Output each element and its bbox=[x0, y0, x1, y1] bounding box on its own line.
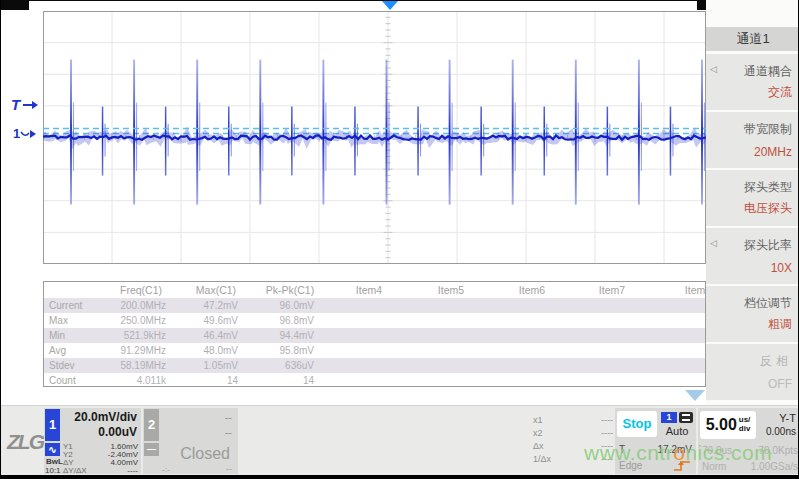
row-label: Max bbox=[44, 313, 102, 328]
trigger-delay: 0.00ns bbox=[766, 426, 796, 437]
trigger-position-bar[interactable] bbox=[29, 1, 697, 10]
menu-item-value: 20MHz bbox=[754, 145, 792, 159]
channel1-scale: 20.0mV/div bbox=[74, 410, 137, 424]
bandwidth-limit-indicator: BwL bbox=[46, 457, 63, 466]
table-row-min: Min521.9kHz46.4mV94.4mV bbox=[44, 328, 706, 343]
sidebar-item-5[interactable]: 反相OFF bbox=[706, 344, 799, 400]
menu-item-label: 档位调节 bbox=[744, 295, 792, 312]
measurement-table: Freq(C1)Max(C1)Pk-Pk(C1)Item4Item5Item6I… bbox=[43, 281, 706, 387]
channel1-offset-marker[interactable]: 1 bbox=[13, 126, 36, 141]
table-cell bbox=[652, 313, 706, 328]
y-cursor-readouts: Y11.60mVY2-2.40mVΔY4.00mVΔY/ΔX---- bbox=[63, 443, 138, 475]
table-row-avg: Avg91.29MHz48.0mV95.8mV bbox=[44, 343, 706, 358]
timebase-scale-box[interactable]: 5.00us/div bbox=[700, 411, 756, 439]
sidebar-title: 通道1 bbox=[706, 27, 799, 51]
sidebar-item-0[interactable]: ◁通道耦合交流 bbox=[706, 54, 799, 110]
run-stop-button[interactable]: Stop bbox=[617, 411, 657, 437]
table-header-cell: Item7 bbox=[572, 282, 652, 298]
row-label: Avg bbox=[44, 343, 102, 358]
table-cell bbox=[410, 343, 492, 358]
timebase-scale: 5.00 bbox=[706, 416, 737, 433]
table-cell bbox=[492, 343, 572, 358]
row-label: Stdev bbox=[44, 358, 102, 373]
table-header-row: Freq(C1)Max(C1)Pk-Pk(C1)Item4Item5Item6I… bbox=[44, 282, 706, 298]
row-label: Min bbox=[44, 328, 102, 343]
oscilloscope-app: T 1 Freq(C1)Max(C1)Pk-Pk(C1)Item4Item5It… bbox=[0, 0, 799, 479]
channel1-hook-icon bbox=[20, 129, 30, 139]
trigger-coupling-icon bbox=[679, 412, 693, 423]
sidebar-item-2[interactable]: 探头类型电压探头 bbox=[706, 170, 799, 226]
menu-item-value: 电压探头 bbox=[744, 200, 792, 217]
menu-item-label: 探头比率 bbox=[744, 237, 792, 254]
table-header-cell: Freq(C1) bbox=[102, 282, 180, 298]
submenu-arrow-icon: ◁ bbox=[710, 238, 717, 248]
waveform-plot bbox=[43, 11, 706, 264]
table-header-cell: Item8 bbox=[652, 282, 706, 298]
table-cell: 521.9kHz bbox=[102, 328, 180, 343]
trigger-source-badge: 1 bbox=[661, 412, 677, 423]
table-cell: 14 bbox=[252, 373, 328, 387]
table-cell bbox=[492, 328, 572, 343]
menu-item-label: 通道耦合 bbox=[744, 63, 792, 80]
table-cell bbox=[572, 373, 652, 387]
table-row-count: Count4.011k1414 bbox=[44, 373, 706, 387]
menu-item-value: OFF bbox=[768, 377, 792, 391]
channel2-scale: -- bbox=[225, 411, 232, 423]
table-cell bbox=[572, 313, 652, 328]
menu-item-label: 探头类型 bbox=[744, 179, 792, 196]
channel2-offset: -- bbox=[225, 426, 232, 438]
channel-menu-sidebar: 通道1 ◁通道耦合交流带宽限制20MHz探头类型电压探头◁探头比率10X档位调节… bbox=[706, 0, 799, 405]
table-cell bbox=[492, 373, 572, 387]
row-label: Current bbox=[44, 298, 102, 313]
table-row-max: Max250.0MHz49.6mV96.8mV bbox=[44, 313, 706, 328]
table-cell bbox=[410, 313, 492, 328]
table-cell: 1.05mV bbox=[180, 358, 252, 373]
channel2-ratio: -:- bbox=[162, 465, 170, 474]
table-row-current: Current200.0MHz47.2mV96.0mV bbox=[44, 298, 706, 313]
channel2-extra: -- bbox=[226, 464, 232, 474]
table-cell bbox=[652, 373, 706, 387]
watermark: www.cntronics.com bbox=[584, 441, 772, 465]
probe-ratio-indicator: 10:1 bbox=[45, 466, 61, 475]
sidebar-items: ◁通道耦合交流带宽限制20MHz探头类型电压探头◁探头比率10X档位调节粗调反相… bbox=[706, 54, 799, 402]
table-cell: 250.0MHz bbox=[102, 313, 180, 328]
table-cell: 47.2mV bbox=[180, 298, 252, 313]
trigger-arrow-icon bbox=[23, 104, 32, 106]
submenu-arrow-icon: ◁ bbox=[710, 64, 717, 74]
table-cell bbox=[572, 358, 652, 373]
channel2-status: Closed bbox=[180, 445, 230, 463]
table-cell: 4.011k bbox=[102, 373, 180, 387]
table-row-stdev: Stdev58.19MHz1.05mV636uV bbox=[44, 358, 706, 373]
table-cell bbox=[328, 313, 410, 328]
table-header-cell: Item6 bbox=[492, 282, 572, 298]
table-cell bbox=[652, 328, 706, 343]
channel2-status-box[interactable]: 2 -- -- — Closed -:- -- bbox=[143, 408, 238, 474]
table-cell bbox=[410, 358, 492, 373]
table-cell: 200.0MHz bbox=[102, 298, 180, 313]
table-cell bbox=[328, 328, 410, 343]
row-label: Count bbox=[44, 373, 102, 387]
brand-logo: ZLG® bbox=[7, 430, 49, 454]
table-cell bbox=[572, 343, 652, 358]
menu-item-value: 10X bbox=[771, 261, 792, 275]
timebase-unit: us/div bbox=[739, 415, 751, 433]
ac-coupling-icon: ∿ bbox=[45, 443, 60, 456]
sidebar-item-4[interactable]: 档位调节粗调 bbox=[706, 286, 799, 342]
table-cell bbox=[572, 298, 652, 313]
table-cell: 96.0mV bbox=[252, 298, 328, 313]
table-cell bbox=[328, 298, 410, 313]
channel1-marker-label: 1 bbox=[13, 126, 20, 141]
trigger-level-marker[interactable]: T bbox=[11, 96, 38, 113]
display-mode: Y-T bbox=[779, 412, 796, 424]
table-header-cell: Item4 bbox=[328, 282, 410, 298]
menu-item-value: 交流 bbox=[768, 84, 792, 101]
table-cell bbox=[410, 298, 492, 313]
menu-item-label: 带宽限制 bbox=[744, 121, 792, 138]
sidebar-item-3[interactable]: ◁探头比率10X bbox=[706, 228, 799, 284]
table-header-cell: Item5 bbox=[410, 282, 492, 298]
table-scroll-down-icon[interactable] bbox=[685, 390, 705, 401]
trigger-position-marker-icon[interactable] bbox=[382, 1, 398, 10]
readout-row: x1---- bbox=[533, 414, 613, 427]
sidebar-item-1[interactable]: 带宽限制20MHz bbox=[706, 112, 799, 168]
channel1-status-box[interactable]: 1 20.0mV/div 0.00uV ∿ BwL 10:1 Y11.60mVY… bbox=[44, 408, 141, 474]
